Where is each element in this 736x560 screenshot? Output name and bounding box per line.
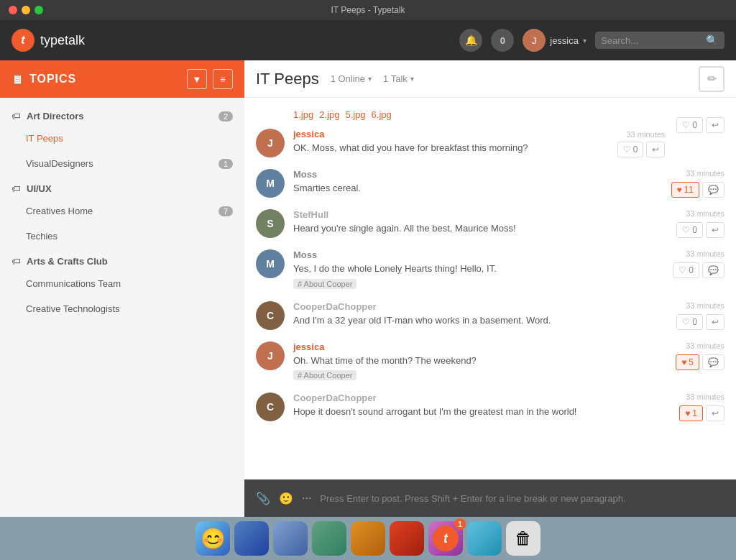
attachment-link[interactable]: 2.jpg xyxy=(319,109,339,120)
attachment-link[interactable]: 6.jpg xyxy=(372,109,392,120)
channel-title: IT Peeps xyxy=(256,70,319,88)
window-controls[interactable] xyxy=(9,6,43,14)
sidebar-item-communications-team[interactable]: Communications Team xyxy=(0,271,244,296)
talk-count-button[interactable]: 1 Talk ▾ xyxy=(383,73,414,84)
badge-counter-button[interactable]: 0 xyxy=(491,29,514,52)
message-time: 33 minutes xyxy=(686,393,724,405)
dock-item-app5[interactable] xyxy=(390,521,424,556)
message-text: Hope it doesn't sound arrogant but I'm t… xyxy=(293,405,658,419)
share-button[interactable]: ↩ xyxy=(706,405,724,421)
attachment-link[interactable]: 5.jpg xyxy=(345,109,365,120)
message-author: jessica xyxy=(293,129,599,139)
pencil-icon: ✏ xyxy=(707,72,717,86)
share-icon: ↩ xyxy=(712,120,719,130)
titlebar: IT Peeps - Typetalk xyxy=(0,0,736,20)
sidebar-item-creatives-home[interactable]: Creatives Home 7 xyxy=(0,198,244,224)
heart-icon: ♥ xyxy=(681,357,686,367)
dock-item-finder[interactable]: 😊 xyxy=(196,521,230,556)
message-actions: 33 minutes ♡ 0 ↩ xyxy=(667,301,724,330)
dock-item-app6[interactable] xyxy=(467,521,502,556)
filter-icon: ▼ xyxy=(193,74,202,85)
comment-icon: 💬 xyxy=(708,357,719,367)
avatar: J xyxy=(256,129,285,157)
sidebar-item-creative-technologists[interactable]: Creative Technologists xyxy=(0,296,244,321)
online-count-button[interactable]: 1 Online ▾ xyxy=(331,73,372,84)
content-header: IT Peeps 1 Online ▾ 1 Talk ▾ ✏ xyxy=(244,60,736,98)
online-label: 1 Online xyxy=(331,73,365,84)
logo-area: t typetalk xyxy=(12,29,85,52)
like-button[interactable]: ♡ 0 xyxy=(676,117,703,133)
like-button[interactable]: ♡ 0 xyxy=(673,262,699,278)
message-item: C CooperDaChopper And I'm a 32 year old … xyxy=(244,295,736,336)
like-count: 0 xyxy=(633,144,638,155)
comment-icon: 💬 xyxy=(708,185,719,195)
like-button[interactable]: ♡ 0 xyxy=(617,142,644,157)
notification-bell-button[interactable]: 🔔 xyxy=(459,29,482,52)
dock-item-app1[interactable] xyxy=(234,521,269,556)
sidebar-item-label: UI/UX xyxy=(27,183,52,194)
minimize-button[interactable] xyxy=(22,6,30,14)
avatar: M xyxy=(256,249,285,278)
share-icon: ↩ xyxy=(652,144,659,155)
sidebar-item-label: VisualDesigners xyxy=(26,158,218,169)
like-button[interactable]: ♥ 11 xyxy=(671,182,699,198)
more-options-button[interactable]: ··· xyxy=(302,492,311,505)
message-body: jessica Oh. What time of the month? The … xyxy=(293,341,658,382)
dock-item-typetalk[interactable]: 1 t xyxy=(428,521,463,556)
message-item: C CooperDaChopper Hope it doesn't sound … xyxy=(244,387,736,427)
message-item: M Moss Yes, I do the whole Lonely Hearts… xyxy=(244,244,736,295)
close-button[interactable] xyxy=(9,6,17,14)
like-button[interactable]: ♥ 5 xyxy=(676,354,699,370)
content-area: IT Peeps 1 Online ▾ 1 Talk ▾ ✏ xyxy=(244,60,736,517)
share-button[interactable]: ↩ xyxy=(706,314,724,330)
sidebar-item-techies[interactable]: Techies xyxy=(0,224,244,249)
sidebar-item-art-directors[interactable]: 🏷 Art Directors 2 xyxy=(0,104,244,126)
sidebar-item-visual-designers[interactable]: VisualDesigners 1 xyxy=(0,151,244,176)
search-box[interactable]: 🔍 xyxy=(595,32,724,49)
attachment-links: 1.jpg 2.jpg 5.jpg 6.jpg xyxy=(293,109,724,120)
attachment-row: 1.jpg 2.jpg 5.jpg 6.jpg ♡ 0 ↩ xyxy=(244,104,736,123)
attachment-button[interactable]: 📎 xyxy=(256,492,270,505)
share-button[interactable]: ↩ xyxy=(646,142,665,157)
sidebar-item-arts-crafts[interactable]: 🏷 Arts & Crafts Club xyxy=(0,249,244,271)
message-text: Yes, I do the whole Lonely Hearts thing!… xyxy=(293,262,658,276)
composer-input[interactable] xyxy=(320,493,724,504)
comment-button[interactable]: 💬 xyxy=(702,354,724,370)
like-count: 1 xyxy=(692,408,697,418)
filter-button[interactable]: ▼ xyxy=(187,69,207,89)
sidebar: 📋 TOPICS ▼ ≡ 🏷 Art Directors 2 xyxy=(0,60,244,517)
message-author: Moss xyxy=(293,169,658,180)
share-button[interactable]: ↩ xyxy=(706,222,724,238)
attachment-link[interactable]: 1.jpg xyxy=(293,109,313,120)
comment-button[interactable]: 💬 xyxy=(702,262,724,278)
like-button[interactable]: ♥ 1 xyxy=(679,405,703,421)
list-toggle-button[interactable]: ≡ xyxy=(213,69,233,89)
trash-icon: 🗑 xyxy=(515,528,532,548)
message-actions: 33 minutes ♥ 1 ↩ xyxy=(667,393,724,421)
sidebar-item-label: Creatives Home xyxy=(26,206,218,216)
sidebar-item-label: IT Peeps xyxy=(26,133,233,144)
dock-item-trash[interactable]: 🗑 xyxy=(506,521,540,556)
sidebar-badge: 7 xyxy=(218,206,233,216)
sidebar-item-uiux[interactable]: 🏷 UI/UX xyxy=(0,176,244,198)
dock-item-app3[interactable] xyxy=(312,521,346,556)
dock-item-app2[interactable] xyxy=(273,521,308,556)
message-composer: 📎 🙂 ··· xyxy=(244,479,736,517)
comment-button[interactable]: 💬 xyxy=(702,182,724,198)
emoji-button[interactable]: 🙂 xyxy=(279,492,293,505)
search-input[interactable] xyxy=(601,35,702,46)
bookmark-icon: 🏷 xyxy=(12,256,21,267)
edit-channel-button[interactable]: ✏ xyxy=(699,66,724,92)
bookmark-icon: 🏷 xyxy=(12,111,21,121)
avatar: M xyxy=(256,169,285,198)
maximize-button[interactable] xyxy=(34,6,43,14)
sidebar-item-it-peeps[interactable]: IT Peeps xyxy=(0,126,244,151)
dock-item-app4[interactable] xyxy=(351,521,385,556)
share-button[interactable]: ↩ xyxy=(706,117,724,133)
like-button[interactable]: ♡ 0 xyxy=(676,222,703,238)
search-icon[interactable]: 🔍 xyxy=(706,35,718,46)
sidebar-badge: 2 xyxy=(218,111,233,121)
heart-icon: ♥ xyxy=(685,408,690,418)
user-avatar-button[interactable]: J jessica ▾ xyxy=(523,29,586,52)
like-button[interactable]: ♡ 0 xyxy=(676,314,703,330)
